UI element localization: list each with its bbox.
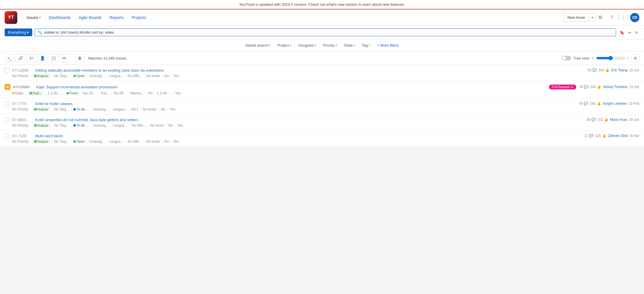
state-icon[interactable]: ⬜ [48, 54, 58, 62]
issue-title[interactable]: Kapt: Support incremental annotation pro… [36, 85, 546, 89]
issue-author[interactable]: Alexey Tsvetkov [603, 85, 628, 89]
field2: Yes [170, 107, 175, 111]
tag-icon[interactable]: 🏷 [26, 54, 36, 62]
assignee-filter[interactable]: Assignee ▾ [296, 42, 319, 49]
issue-id: KT-7770 [12, 102, 32, 106]
new-issue-main[interactable]: New Issue [563, 13, 589, 22]
nav-reports[interactable]: Reports [106, 13, 127, 22]
issue-right: 26 💬 244 👍 Alexey Tsvetkov 22 Apr [579, 85, 639, 89]
type-tag: Feature [33, 123, 50, 127]
issue-right: 65 💬 342 👍 Eric Tsang 15 Jun [588, 68, 639, 72]
bookmark-icon[interactable]: 🔖 [618, 30, 626, 35]
nav-projects[interactable]: Projects [128, 13, 150, 22]
issue-author[interactable]: Eric Tsang [611, 68, 627, 72]
field1: No [161, 107, 165, 111]
new-issue-dropdown-arrow[interactable]: ▾ [589, 14, 595, 21]
issue-author[interactable]: Sergei Lebedev [603, 102, 627, 106]
nav-agile-boards[interactable]: Agile Boards [75, 13, 105, 22]
issue-author[interactable]: Mario Arias [610, 118, 627, 122]
issue-right: 45 💬 163 👍 Sergei Lebedev 13 Feb [579, 102, 639, 106]
priority-filter[interactable]: Priority ▾ [320, 42, 340, 49]
issue-meta: No Priority | Feature | No Targ... | Ope… [5, 74, 639, 78]
size-slider[interactable] [596, 56, 625, 60]
issue-date: 30 Apr [629, 134, 639, 138]
comment-count: 11 💬 [584, 134, 594, 138]
vote-count: 130 👍 [595, 134, 606, 138]
field1: No [164, 140, 169, 144]
state-tag: Fixed [67, 91, 78, 95]
pull-request-tag[interactable]: Pull Request ✕ [549, 85, 576, 89]
issue-author[interactable]: Zdenek Obst [608, 134, 628, 138]
tester: No tester [150, 123, 164, 127]
priority-chevron-icon: ▾ [336, 44, 337, 47]
filters-bar: Saved search ▾ Project ▾ Assignee ▾ Prio… [0, 39, 644, 51]
more-filters-button[interactable]: + More filters [374, 42, 402, 49]
state-filter[interactable]: State ▾ [341, 42, 358, 49]
field2: Yes [173, 140, 179, 144]
nav-dashboards[interactable]: Dashboards [45, 13, 74, 22]
logo[interactable]: YT [5, 11, 17, 24]
issue-date: 22 Apr [629, 85, 639, 89]
table-row: KT-11968 Adding statically accessible me… [0, 65, 644, 81]
issue-id: KT-23880 [13, 85, 33, 89]
everything-button[interactable]: Everything ▾ [5, 28, 32, 36]
target-version: No Targ... [54, 74, 69, 78]
comment-count: 35 💬 [586, 118, 596, 122]
issue-title[interactable]: SAM for Kotlin classes [35, 102, 576, 106]
terminal-icon[interactable]: >_ [5, 54, 14, 62]
assignee: Unassig... [89, 74, 105, 78]
more-actions-icon[interactable]: ••• [59, 54, 69, 62]
delete-button[interactable]: 🗑 [75, 54, 85, 62]
issue-date: 13 Feb [629, 102, 639, 106]
link-icon[interactable]: 🔗 [16, 54, 25, 62]
expand-icon[interactable]: ⇔ [627, 30, 632, 35]
table-row: KT-7128 Multi catch block 11 💬 130 👍 Zde… [0, 131, 644, 147]
subsystem: Tool... [100, 91, 109, 95]
tree-view-toggle[interactable] [562, 56, 571, 60]
tag-filter[interactable]: Tag ▾ [359, 42, 373, 49]
fix-version: 1.3.40-... [157, 91, 171, 95]
columns-settings-icon[interactable]: ⚙ [631, 54, 639, 62]
comment-count: 65 💬 [588, 68, 597, 72]
issues-toolbar: >_ 🔗 🏷 👤 ⬜ ••• 🗑 Matches 31,085 issues T… [0, 51, 644, 65]
pull-request-close-icon[interactable]: ✕ [571, 85, 573, 89]
field1: No [164, 74, 169, 78]
assign-icon[interactable]: 👤 [37, 54, 47, 62]
type-tag: Feature [33, 107, 50, 111]
issue-checkbox[interactable] [5, 117, 9, 122]
avatar[interactable]: OD [630, 13, 639, 22]
nav-issues[interactable]: Issues ▾ [23, 13, 44, 22]
affected-version: No Aff... [114, 91, 126, 95]
target-version: 1.3.30, ... [48, 91, 62, 95]
banner-text: YouTrack is updated with 2019.2 version.… [239, 2, 405, 7]
issue-meta: No Priority | Feature | No Targ... | Ope… [5, 140, 639, 144]
comment-count: 26 💬 [579, 85, 588, 89]
saved-search-filter[interactable]: Saved search ▾ [243, 42, 274, 49]
issue-checkbox[interactable] [5, 68, 9, 72]
new-issue-button[interactable]: New Issue ▾ [563, 13, 596, 22]
field2: Yes [175, 91, 181, 95]
issue-title[interactable]: Adding statically accessible members to … [35, 68, 585, 72]
search-input-wrap[interactable]: 🔍 [35, 28, 616, 36]
issue-checkbox[interactable] [5, 133, 9, 138]
affected-version: No Affe... [132, 123, 146, 127]
vote-count: 342 👍 [598, 68, 609, 72]
issue-title[interactable]: Multi catch block [35, 134, 582, 138]
issue-title[interactable]: Kotlin properties do not override Java-s… [35, 118, 584, 122]
search-input[interactable] [44, 30, 613, 35]
comment-count: 45 💬 [579, 102, 588, 106]
project-filter[interactable]: Project ▾ [274, 42, 294, 49]
help-icon[interactable]: ? [607, 13, 616, 22]
project-chevron-icon: ▾ [290, 44, 291, 47]
subsystem: Langua... [109, 74, 123, 78]
issue-checkbox[interactable] [5, 101, 9, 106]
priority-label: No Priority [12, 107, 28, 111]
affected-version: No Affe... [128, 140, 142, 144]
type-tag: Feature [33, 140, 50, 144]
clear-search-icon[interactable]: ✕ [634, 30, 639, 35]
table-row: KT-6653 Kotlin properties do not overrid… [0, 114, 644, 131]
settings-icon[interactable]: ⚙ [596, 13, 605, 22]
apps-icon[interactable]: ⋮⋮⋮ [619, 13, 628, 22]
issues-list: KT-11968 Adding statically accessible me… [0, 65, 644, 147]
issue-right: 35 💬 152 👍 Mario Arias 28 Jun [586, 118, 639, 122]
